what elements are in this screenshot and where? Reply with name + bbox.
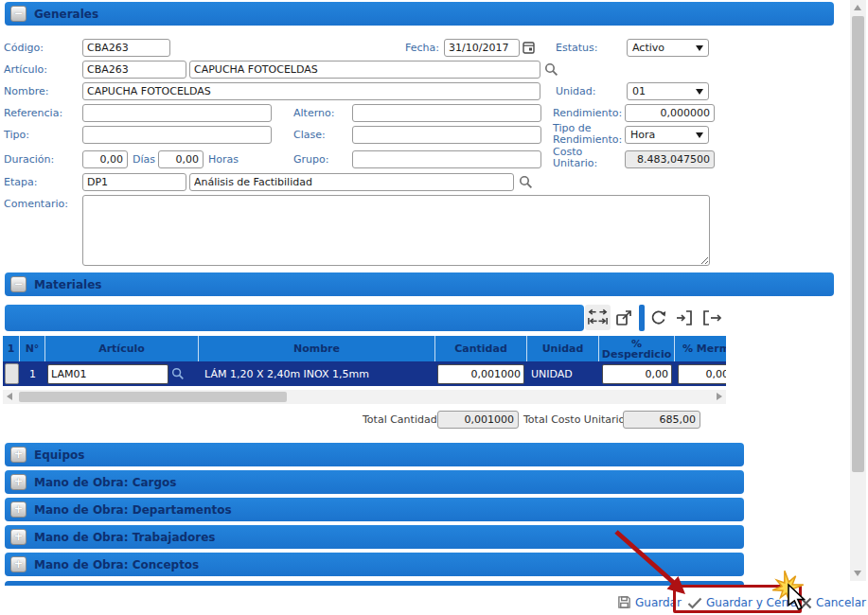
chevron-down-icon <box>696 132 703 138</box>
alterno-input[interactable] <box>352 104 541 122</box>
collapse-icon[interactable]: − <box>10 276 27 292</box>
search-icon[interactable] <box>171 367 185 380</box>
chevron-down-icon <box>696 45 703 51</box>
row-merma-input[interactable] <box>678 364 726 384</box>
estatus-select[interactable]: Activo <box>627 39 709 57</box>
save-icon <box>616 594 631 609</box>
section-title-materiales: Materiales <box>34 278 101 291</box>
guardar-y-cerrar-button[interactable]: Guardar y Cerrar <box>706 596 802 609</box>
section-title: Equipos <box>34 448 84 462</box>
scroll-right-icon[interactable] <box>717 393 722 400</box>
scroll-left-icon[interactable] <box>7 393 12 400</box>
total-costo-field <box>623 411 700 429</box>
scrollbar-thumb[interactable] <box>19 392 287 402</box>
row-desperdicio-input[interactable] <box>602 364 672 384</box>
nombre-input[interactable] <box>82 82 540 100</box>
search-icon[interactable] <box>518 173 533 190</box>
codigo-input[interactable] <box>82 39 170 57</box>
section-header-materiales: − Materiales <box>5 272 834 296</box>
expand-icon[interactable]: + <box>10 529 27 545</box>
etapa-code-input[interactable] <box>82 173 186 191</box>
grid-header-unidad: Unidad <box>527 336 599 361</box>
grid-header-desperdicio: % Desperdicio <box>599 336 675 361</box>
collapse-icon[interactable]: − <box>10 6 27 22</box>
articulo-cell <box>45 361 199 386</box>
total-costo-label: Total Costo Unitario: <box>523 413 629 426</box>
expand-icon[interactable]: + <box>10 474 27 490</box>
scroll-down-icon[interactable] <box>854 571 861 576</box>
merma-cell <box>675 361 726 386</box>
expand-icon[interactable]: + <box>10 501 27 518</box>
rendimiento-input[interactable] <box>625 104 715 122</box>
expand-icon[interactable]: + <box>10 447 27 463</box>
toolbar-divider <box>639 305 645 331</box>
fecha-input[interactable] <box>444 39 520 57</box>
grid-header-rowcount: 1 <box>3 336 20 361</box>
articulo-label: Artículo: <box>4 63 47 76</box>
duracion-horas-input[interactable] <box>158 150 204 168</box>
section-header-mano-departamentos: + Mano de Obra: Departamentos <box>5 498 744 521</box>
costo-unitario-field <box>625 150 715 168</box>
check-icon <box>687 597 702 609</box>
grid-header-nombre: Nombre <box>199 336 435 361</box>
grid-toolbar-bar <box>5 305 584 331</box>
table-row[interactable]: 1 LÁM 1,20 X 2,40m INOX 1,5mm UNIDAD <box>3 361 726 386</box>
section-title: Mano de Obra: Trabajadores <box>34 531 216 544</box>
etapa-name-input[interactable] <box>189 173 514 191</box>
tipo-input[interactable] <box>82 126 272 144</box>
guardar-button[interactable]: Guardar <box>635 596 682 609</box>
section-header-mano-trabajadores: + Mano de Obra: Trabajadores <box>5 525 744 549</box>
tipo-rendimiento-select[interactable]: Hora <box>625 126 709 144</box>
unidad-label: Unidad: <box>556 85 596 97</box>
import-icon[interactable] <box>674 308 695 328</box>
duracion-label: Duración: <box>4 153 54 166</box>
section-title: Mano de Obra: Cargos <box>34 476 177 489</box>
scroll-up-icon[interactable] <box>854 5 861 10</box>
articulo-name-input[interactable] <box>189 61 540 79</box>
cancelar-button[interactable]: Cancelar <box>816 596 866 609</box>
clase-input[interactable] <box>352 126 541 144</box>
section-title: Mano de Obra: Conceptos <box>34 558 199 571</box>
row-cantidad-input[interactable] <box>437 364 524 384</box>
codigo-label: Código: <box>4 42 44 54</box>
section-title: Mano de Obra: Departamentos <box>34 503 232 517</box>
tipo-rendimiento-label: Tipo de Rendimiento: <box>553 123 623 146</box>
grupo-input[interactable] <box>352 150 541 168</box>
row-selector-cell[interactable] <box>3 361 20 386</box>
fit-columns-icon[interactable] <box>585 305 611 330</box>
open-window-icon[interactable] <box>613 308 634 328</box>
section-header-generales: − Generales <box>5 2 834 26</box>
clase-label: Clase: <box>293 129 326 141</box>
refresh-icon[interactable] <box>648 308 669 328</box>
expand-icon[interactable]: + <box>10 556 27 572</box>
grupo-label: Grupo: <box>293 153 328 166</box>
unidad-select[interactable]: 01 <box>627 82 709 100</box>
export-icon[interactable] <box>700 308 723 328</box>
horizontal-scrollbar[interactable] <box>3 390 726 404</box>
duracion-dias-input[interactable] <box>82 150 128 168</box>
row-nombre: LÁM 1,20 X 2,40m INOX 1,5mm <box>199 361 435 386</box>
referencia-label: Referencia: <box>4 107 62 119</box>
etapa-label: Etapa: <box>4 176 37 188</box>
materiales-grid: 1 N° Artículo Nombre Cantidad Unidad % D… <box>3 336 726 386</box>
articulo-code-input[interactable] <box>82 61 186 79</box>
grid-header-cantidad: Cantidad <box>435 336 527 361</box>
nombre-label: Nombre: <box>4 85 48 97</box>
comentario-textarea[interactable] <box>82 195 710 266</box>
scrollbar-thumb[interactable] <box>852 16 864 472</box>
search-icon[interactable] <box>543 61 558 78</box>
total-cantidad-label: Total Cantidad: <box>363 413 440 426</box>
calendar-icon[interactable] <box>522 40 535 54</box>
chevron-down-icon <box>696 89 703 95</box>
referencia-input[interactable] <box>82 104 272 122</box>
horas-unit-label: Horas <box>208 153 239 166</box>
row-articulo-input[interactable] <box>47 364 168 384</box>
cancel-x-icon <box>800 597 812 609</box>
estatus-label: Estatus: <box>556 42 597 54</box>
dias-unit-label: Días <box>133 153 155 166</box>
grid-header-merma: % Merma <box>675 336 726 361</box>
rendimiento-label: Rendimiento: <box>553 107 622 119</box>
fecha-label: Fecha: <box>405 42 439 54</box>
vertical-scrollbar[interactable] <box>850 0 866 581</box>
section-header-equipos: + Equipos <box>5 443 744 466</box>
